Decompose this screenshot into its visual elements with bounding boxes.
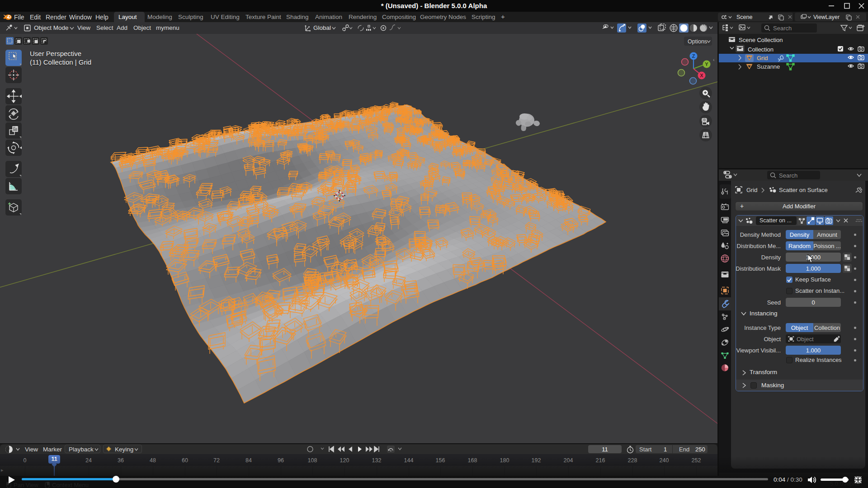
svg-text:Z: Z	[692, 53, 695, 59]
svg-text:X: X	[700, 73, 703, 78]
svg-text:Suzanne: Suzanne	[757, 63, 780, 70]
svg-text:Collection: Collection	[748, 46, 774, 53]
svg-text:Context Menu: Context Menu	[52, 482, 89, 488]
svg-text:Pan View: Pan View	[14, 482, 38, 488]
svg-text:Y: Y	[705, 61, 708, 67]
svg-text:Scene Collection: Scene Collection	[739, 37, 783, 43]
svg-text:Grid: Grid	[757, 55, 768, 61]
svg-text:Scene: Scene	[736, 14, 752, 20]
svg-text:ViewLayer: ViewLayer	[813, 14, 840, 20]
svg-text:Grid: Grid	[746, 187, 758, 193]
svg-text:Global: Global	[313, 24, 331, 31]
svg-text:Scatter on Surface: Scatter on Surface	[779, 187, 828, 193]
